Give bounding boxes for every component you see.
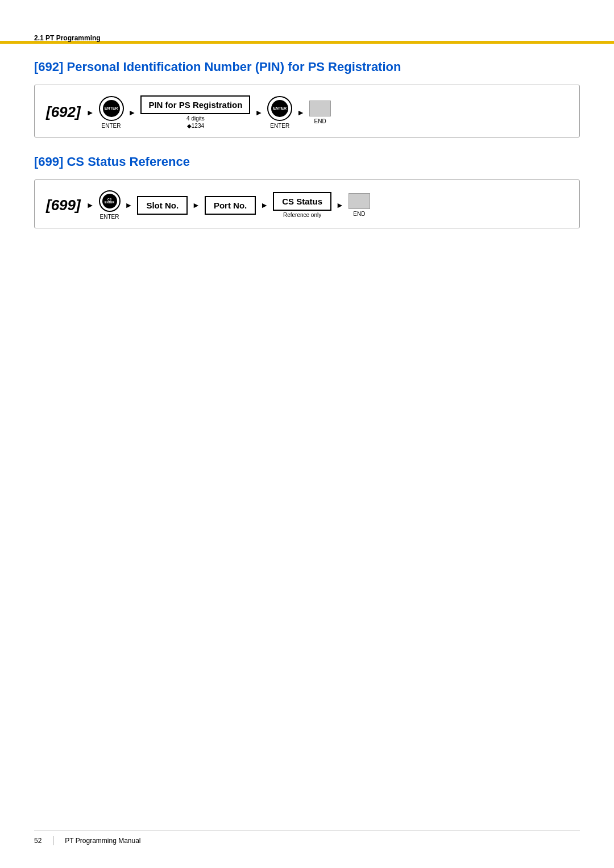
section-692-title: [692] Personal Identification Number (PI…	[34, 60, 580, 74]
flow-row-692: [692] ► ENTER ENTER ► PIN	[46, 95, 331, 129]
cs-status-wrapper: CS Status Reference only	[273, 192, 331, 218]
arrow5-699: ►	[336, 201, 344, 210]
port-no-wrapper: Port No.	[205, 196, 256, 215]
section-label: 2.1 PT Programming	[34, 34, 101, 42]
arrow3-692: ►	[255, 108, 263, 117]
page: 2.1 PT Programming [692] Personal Identi…	[0, 0, 614, 868]
code-699-wrapper: [699]	[46, 197, 82, 214]
arrow2-692: ►	[128, 108, 136, 117]
footer: 52 PT Programming Manual	[34, 830, 580, 845]
cs-status-btn: CS Status	[273, 192, 331, 211]
arrow1-699: ►	[86, 201, 94, 210]
arrow4-692: ►	[297, 108, 305, 117]
arrow2-699: ►	[125, 201, 133, 210]
arrow4-699: ►	[260, 201, 268, 210]
end-699-wrapper: END	[349, 193, 370, 217]
enter-699-label: ENTER	[100, 214, 119, 220]
pin-sub2: ◆1234	[187, 123, 204, 129]
code-699: [699]	[46, 197, 81, 214]
flow-diagram-699: [699] ► CS ENTER ENTER ►	[34, 180, 580, 228]
slot-no-wrapper: Slot No.	[137, 196, 188, 215]
section-699-title: [699] CS Status Reference	[34, 155, 580, 169]
slot-no-btn: Slot No.	[137, 196, 188, 215]
code-692: [692]	[46, 103, 81, 121]
footer-page: 52	[34, 837, 42, 845]
pin-btn: PIN for PS Registration	[140, 95, 250, 114]
enter-699-wrapper: CS ENTER ENTER	[99, 190, 121, 220]
flow-diagram-692: [692] ► ENTER ENTER ► PIN	[34, 85, 580, 137]
code-692-wrapper: [692]	[46, 103, 82, 121]
pin-sub1: 4 digits	[186, 115, 205, 122]
main-content: [692] Personal Identification Number (PI…	[34, 48, 580, 245]
enter-699-inner: CS ENTER	[102, 194, 117, 208]
end-692-label: END	[314, 118, 326, 124]
enter-699-btn: CS ENTER	[99, 190, 121, 212]
cs-status-sub: Reference only	[283, 212, 321, 218]
enter1-692-inner: ENTER	[103, 100, 120, 117]
enter2-692-wrapper: ENTER ENTER	[267, 96, 292, 129]
end-692-box	[309, 101, 331, 116]
enter1-692-label: ENTER	[102, 123, 121, 129]
footer-manual: PT Programming Manual	[65, 837, 140, 845]
enter1-692-wrapper: ENTER ENTER	[99, 96, 124, 129]
enter2-692-inner: ENTER	[271, 100, 288, 117]
end-699-label: END	[353, 211, 365, 217]
arrow1-692: ►	[86, 108, 94, 117]
section-header: 2.1 PT Programming	[34, 34, 101, 42]
flow-row-699: [699] ► CS ENTER ENTER ►	[46, 190, 370, 220]
footer-divider	[53, 836, 53, 845]
enter2-692-label: ENTER	[270, 123, 289, 129]
arrow3-699: ►	[192, 201, 200, 210]
end-692-wrapper: END	[309, 101, 331, 124]
enter1-692-btn: ENTER	[99, 96, 124, 121]
port-no-btn: Port No.	[205, 196, 256, 215]
enter2-692-btn: ENTER	[267, 96, 292, 121]
end-699-box	[349, 193, 370, 209]
pin-btn-wrapper: PIN for PS Registration 4 digits ◆1234	[140, 95, 250, 129]
